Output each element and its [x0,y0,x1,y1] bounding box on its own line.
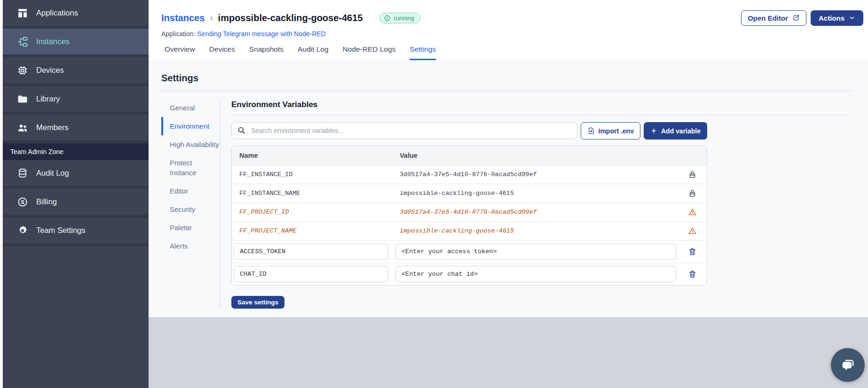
env-var-value-input[interactable] [395,243,676,260]
window-edge [0,0,3,388]
sidebar-item-label: Members [36,123,69,132]
breadcrumb: Instances › impossible-cackling-goose-46… [161,8,863,27]
breadcrumb-separator: › [210,13,213,23]
subnav-item-security[interactable]: Security [161,200,220,218]
tab-settings[interactable]: Settings [410,45,436,60]
divider [161,91,852,91]
env-var-name: FF_INSTANCE_NAME [232,190,392,197]
warning-icon [688,226,697,235]
applications-icon [17,8,28,19]
chevron-down-icon [849,15,855,21]
table-row: FF_INSTANCE_NAME impossible-cackling-goo… [232,184,707,202]
env-var-value: impossible-cackling-goose-4615 [392,190,678,197]
sidebar: Applications Instances Devices Library M… [3,0,149,388]
subnav-item-palette[interactable]: Palette [161,218,220,237]
column-header-value: Value [392,152,678,159]
table-row: FF_PROJECT_ID 3d0517a4-37e5-4d10-8776-0a… [232,202,707,221]
subnav-item-editor[interactable]: Editor [161,182,220,200]
column-header-name: Name [232,152,392,159]
actions-label: Actions [819,14,844,22]
chip-icon [17,65,28,76]
tab-node-red-logs[interactable]: Node-RED Logs [343,45,396,60]
subnav-item-high-availability[interactable]: High Availability [161,135,220,154]
open-editor-button[interactable]: Open Editor [741,10,806,26]
tab-overview[interactable]: Overview [165,45,195,60]
sidebar-item-label: Applications [36,8,78,17]
sidebar-item-label: Library [36,94,60,103]
table-row [232,240,707,263]
warning-icon [688,208,697,217]
search-box [231,122,577,140]
sidebar-item-label: Devices [36,66,64,75]
sidebar-item-instances[interactable]: Instances [3,29,149,57]
import-env-icon [587,127,595,135]
instance-tabs: Overview Devices Snapshots Audit Log Nod… [161,45,863,60]
application-label: Application: [161,30,195,38]
env-var-name: FF_PROJECT_ID [232,209,392,216]
import-env-button[interactable]: Import .env [581,122,640,140]
sidebar-item-team-settings[interactable]: Team Settings [3,217,149,246]
tab-devices[interactable]: Devices [209,45,235,60]
sidebar-item-billing[interactable]: $ Billing [3,189,149,217]
trash-icon[interactable] [688,270,697,279]
chat-widget-button[interactable] [831,348,865,382]
divider [220,99,221,309]
section-title: Environment Variables [231,99,707,109]
external-link-icon [792,14,800,22]
breadcrumb-instances-link[interactable]: Instances [161,13,205,23]
environment-variables-section: Environment Variables [231,99,707,309]
application-line: Application: Sending Telegram message wi… [161,30,863,38]
env-var-value: 3d0517a4-37e5-4d10-8776-0acad5cd99ef [392,171,678,178]
sidebar-item-members[interactable]: Members [3,115,149,143]
env-var-value: 3d0517a4-37e5-4d10-8776-0acad5cd99ef [392,209,678,216]
tab-audit-log[interactable]: Audit Log [298,45,329,60]
instance-name: impossible-cackling-goose-4615 [218,13,363,23]
subnav-item-alerts[interactable]: Alerts [161,237,220,255]
actions-button[interactable]: Actions [811,10,863,26]
env-variables-table: Name Value FF_INSTANCE_ID 3d0517a4-37e5-… [231,146,707,286]
env-var-name: FF_INSTANCE_ID [232,171,392,178]
database-icon [17,168,28,179]
sidebar-item-label: Audit Log [36,169,69,178]
folder-icon [17,93,28,105]
table-row: FF_PROJECT_NAME impossible-cackling-goos… [232,221,707,240]
table-row [232,263,707,285]
settings-subnav: General Environment High Availability Pr… [161,99,220,309]
subnav-item-protect-instance[interactable]: Protect Instance [161,154,220,182]
env-toolbar: Import .env Add variable [231,122,707,140]
page-title: Settings [161,73,868,84]
save-settings-button[interactable]: Save settings [231,296,284,309]
tab-snapshots[interactable]: Snapshots [249,45,284,60]
users-icon [17,122,28,133]
lock-icon [688,170,697,179]
add-variable-label: Add variable [661,127,701,135]
main-area: Instances › impossible-cackling-goose-46… [149,0,868,388]
add-variable-button[interactable]: Add variable [644,122,707,140]
import-env-label: Import .env [599,127,634,135]
env-var-name-input[interactable] [234,266,388,282]
subnav-item-environment[interactable]: Environment [161,117,220,135]
sidebar-item-audit-log[interactable]: Audit Log [3,160,149,189]
env-var-name: FF_PROJECT_NAME [232,227,392,234]
application-link[interactable]: Sending Telegram message with Node-RED [197,30,326,38]
subnav-item-general[interactable]: General [161,99,220,117]
lock-icon [688,189,697,198]
sidebar-item-applications[interactable]: Applications [3,0,149,29]
search-icon [237,126,246,135]
status-badge: running [379,13,420,23]
table-row: FF_INSTANCE_ID 3d0517a4-37e5-4d10-8776-0… [232,165,707,184]
env-var-value-input[interactable] [395,266,676,282]
divider [231,115,852,116]
env-var-value: impossible-cackling-goose-4615 [392,227,678,234]
sidebar-item-label: Billing [36,197,57,206]
trash-icon[interactable] [688,247,697,256]
gear-icon [17,225,28,236]
sidebar-item-library[interactable]: Library [3,86,149,115]
search-input[interactable] [231,122,577,139]
sidebar-item-devices[interactable]: Devices [3,57,149,86]
status-badge-label: running [394,15,414,22]
instances-icon [17,36,28,47]
sidebar-item-label: Instances [36,37,70,46]
env-var-name-input[interactable] [234,243,388,260]
sidebar-item-label: Team Settings [36,226,86,235]
